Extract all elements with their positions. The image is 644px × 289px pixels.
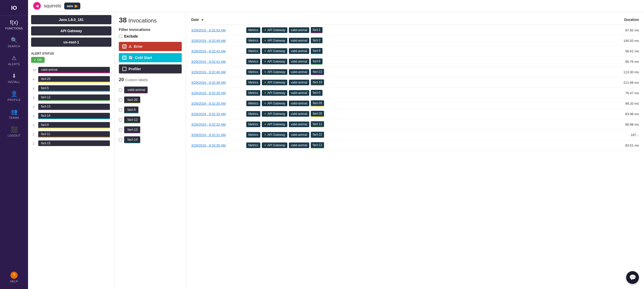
cold-start-filter-toggle[interactable]: 🔄 Cold Start <box>119 53 182 62</box>
custom-label-item[interactable]: fact-5 <box>119 105 182 115</box>
fact-tag: fact-22 <box>311 132 324 138</box>
profiler-filter-toggle[interactable]: Profiler <box>119 64 182 74</box>
list-item[interactable]: 4 fact-20 <box>31 75 111 83</box>
api-gateway-icon: ✦ <box>264 91 266 95</box>
row-date[interactable]: 3/29/2019 - 8:32:35 AM <box>191 102 245 105</box>
metrics-tag[interactable]: Metrics <box>246 142 260 148</box>
table-row[interactable]: 3/29/2019 - 8:32:35 AM Metrics ✦ API Gat… <box>191 88 639 98</box>
metrics-tag[interactable]: Metrics <box>246 38 260 43</box>
metrics-tag[interactable]: Metrics <box>246 90 260 96</box>
chat-button[interactable]: 💬 <box>626 271 639 284</box>
metrics-tag[interactable]: Metrics <box>246 27 260 33</box>
row-date[interactable]: 3/29/2019 - 8:32:30 AM <box>191 143 245 147</box>
row-date[interactable]: 3/29/2019 - 8:32:40 AM <box>191 70 245 74</box>
sidebar-item-search[interactable]: 🔍 SEARCH <box>0 33 28 51</box>
java-filter-button[interactable]: Java 1.8.0_181 <box>31 15 111 24</box>
api-gateway-icon: ✦ <box>264 70 266 74</box>
sidebar-item-install[interactable]: ⬇ INSTALL <box>0 69 28 87</box>
back-button[interactable]: ◀ <box>33 2 41 10</box>
content-area: Java 1.8.0_181 API Gateway us-east-1 ALE… <box>28 12 644 289</box>
custom-label-item[interactable]: fact-20 <box>119 95 182 105</box>
metrics-tag[interactable]: Metrics <box>246 80 260 85</box>
table-row[interactable]: 3/29/2019 - 8:32:30 AM Metrics ✦ API Gat… <box>191 140 639 151</box>
fact-tag: fact-1 <box>311 27 323 33</box>
api-gateway-icon: ✦ <box>264 28 266 32</box>
valid-animal-tag: valid-animal <box>289 132 309 138</box>
table-row[interactable]: 3/29/2019 - 8:32:33 AM Metrics ✦ API Gat… <box>191 109 639 119</box>
list-item[interactable]: 2 fact-15 <box>31 139 111 147</box>
valid-animal-tag: valid-animal <box>289 90 309 96</box>
custom-label-item[interactable]: fact-13 <box>119 125 182 135</box>
filter-invocations-label: Filter Invocations <box>119 27 182 32</box>
table-row[interactable]: 3/29/2019 - 8:32:35 AM Metrics ✦ API Gat… <box>191 98 639 109</box>
custom-label-badge: fact-14 <box>124 136 140 143</box>
custom-label-checkbox[interactable] <box>119 88 122 92</box>
exclude-checkbox[interactable] <box>119 35 122 38</box>
fact-tag: fact-6 <box>311 58 323 65</box>
error-checkbox <box>122 44 126 49</box>
sidebar: IO f(x) FUNCTIONS 🔍 SEARCH ⚠ ALERTS ⬇ IN… <box>0 0 28 289</box>
table-row[interactable]: 3/29/2019 - 8:32:40 AM Metrics ✦ API Gat… <box>191 67 639 77</box>
metrics-tag[interactable]: Metrics <box>246 59 260 64</box>
row-date[interactable]: 3/29/2019 - 8:32:31 AM <box>191 133 245 137</box>
list-item[interactable]: 37 valid-animal <box>31 66 111 74</box>
custom-label-checkbox[interactable] <box>119 98 122 102</box>
api-gateway-filter-button[interactable]: API Gateway <box>31 26 111 35</box>
sidebar-item-logout[interactable]: ⬛ LOGOUT <box>0 123 28 141</box>
row-date[interactable]: 3/29/2019 - 8:32:41 AM <box>191 60 245 64</box>
sidebar-item-help[interactable]: ? HELP <box>0 268 28 286</box>
custom-label-checkbox[interactable] <box>119 118 122 122</box>
row-date[interactable]: 3/29/2019 - 8:32:49 AM <box>191 39 245 43</box>
table-row[interactable]: 3/29/2019 - 8:32:31 AM Metrics ✦ API Gat… <box>191 130 639 140</box>
inv-count: 4 <box>33 77 38 81</box>
list-item[interactable]: 4 fact-5 <box>31 84 111 93</box>
sidebar-item-alerts[interactable]: ⚠ ALERTS <box>0 51 28 69</box>
table-row[interactable]: 3/29/2019 - 8:32:41 AM Metrics ✦ API Gat… <box>191 56 639 67</box>
metrics-tag[interactable]: Metrics <box>246 101 260 106</box>
table-row[interactable]: 3/29/2019 - 8:32:53 AM Metrics ✦ API Gat… <box>191 25 639 35</box>
custom-label-checkbox[interactable] <box>119 128 122 131</box>
inv-label: fact-11 <box>38 131 110 138</box>
api-gateway-icon: ✦ <box>264 60 266 63</box>
list-item[interactable]: 3 fact-14 <box>31 112 111 120</box>
list-item[interactable]: 3 fact-12 <box>31 93 111 102</box>
metrics-tag[interactable]: Metrics <box>246 48 260 54</box>
custom-label-item[interactable]: valid-animal <box>119 85 182 95</box>
table-row[interactable]: 3/29/2019 - 8:32:49 AM Metrics ✦ API Gat… <box>191 35 639 46</box>
metrics-tag[interactable]: Metrics <box>246 69 260 75</box>
metrics-tag[interactable]: Metrics <box>246 132 260 138</box>
metrics-tag[interactable]: Metrics <box>246 122 260 127</box>
row-date[interactable]: 3/29/2019 - 8:32:38 AM <box>191 81 245 85</box>
date-column-header[interactable]: Date ▼ <box>191 18 247 22</box>
sidebar-item-profile[interactable]: 👤 PROFILE <box>0 87 28 105</box>
error-label: Error <box>134 44 143 49</box>
fact-tag: fact-0 <box>311 90 323 96</box>
list-item[interactable]: 2 fact-11 <box>31 130 111 139</box>
row-date[interactable]: 3/29/2019 - 8:32:35 AM <box>191 91 245 95</box>
aws-badge[interactable]: aws ▶ <box>64 3 80 9</box>
error-filter-toggle[interactable]: ⚠ Error <box>119 42 182 51</box>
table-row[interactable]: 3/29/2019 - 8:32:38 AM Metrics ✦ API Gat… <box>191 77 639 88</box>
right-panel: Date ▼ Duration 3/29/2019 - 8:32:53 AM M… <box>186 12 644 289</box>
custom-label-checkbox[interactable] <box>119 108 122 112</box>
custom-label-item[interactable]: fact-14 <box>119 135 182 145</box>
table-header: Date ▼ Duration <box>191 16 639 25</box>
sidebar-item-functions[interactable]: f(x) FUNCTIONS <box>0 16 28 33</box>
row-date[interactable]: 3/29/2019 - 8:32:53 AM <box>191 28 245 32</box>
list-item[interactable]: 2 fact-0 <box>31 121 111 129</box>
valid-animal-tag: valid-animal <box>289 38 309 43</box>
metrics-tag[interactable]: Metrics <box>246 111 260 117</box>
exclude-label: Exclude <box>124 34 138 38</box>
custom-label-item[interactable]: fact-12 <box>119 115 182 125</box>
sidebar-item-teams[interactable]: 👥 TEAMS <box>0 105 28 123</box>
valid-animal-tag: valid-animal <box>289 122 309 127</box>
row-date[interactable]: 3/29/2019 - 8:32:33 AM <box>191 112 245 116</box>
alerts-icon: ⚠ <box>11 55 17 62</box>
list-item[interactable]: 3 fact-13 <box>31 103 111 111</box>
row-date[interactable]: 3/29/2019 - 8:32:32 AM <box>191 123 245 126</box>
table-row[interactable]: 3/29/2019 - 8:32:32 AM Metrics ✦ API Gat… <box>191 119 639 130</box>
custom-label-checkbox[interactable] <box>119 138 122 141</box>
region-filter-button[interactable]: us-east-1 <box>31 38 111 47</box>
row-date[interactable]: 3/29/2019 - 8:32:42 AM <box>191 49 245 53</box>
table-row[interactable]: 3/29/2019 - 8:32:42 AM Metrics ✦ API Gat… <box>191 46 639 56</box>
